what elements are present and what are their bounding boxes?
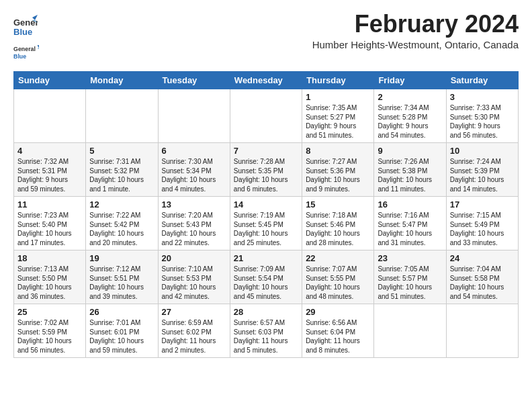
svg-marker-6 bbox=[37, 44, 39, 48]
logo: General Blue General Blue bbox=[13, 13, 39, 66]
cell-info: Sunrise: 6:56 AM Sunset: 6:04 PM Dayligh… bbox=[306, 318, 370, 355]
cell-info: Sunrise: 7:04 AM Sunset: 5:58 PM Dayligh… bbox=[450, 265, 515, 301]
calendar-cell: 7Sunrise: 7:28 AM Sunset: 5:35 PM Daylig… bbox=[230, 143, 302, 197]
cell-day-number: 9 bbox=[378, 146, 442, 156]
day-header-thursday: Thursday bbox=[302, 72, 374, 89]
svg-marker-7 bbox=[37, 48, 39, 50]
day-header-sunday: Sunday bbox=[14, 72, 86, 89]
week-row-2: 4Sunrise: 7:32 AM Sunset: 5:31 PM Daylig… bbox=[14, 143, 519, 197]
calendar-cell: 22Sunrise: 7:07 AM Sunset: 5:55 PM Dayli… bbox=[302, 250, 374, 304]
day-header-monday: Monday bbox=[86, 72, 158, 89]
calendar-cell bbox=[230, 89, 302, 143]
calendar-cell: 16Sunrise: 7:16 AM Sunset: 5:47 PM Dayli… bbox=[374, 197, 446, 250]
calendar-cell: 3Sunrise: 7:33 AM Sunset: 5:30 PM Daylig… bbox=[446, 89, 518, 143]
calendar-cell: 9Sunrise: 7:26 AM Sunset: 5:38 PM Daylig… bbox=[374, 143, 446, 197]
cell-info: Sunrise: 7:31 AM Sunset: 5:32 PM Dayligh… bbox=[89, 157, 154, 193]
svg-text:Blue: Blue bbox=[13, 27, 32, 37]
cell-info: Sunrise: 7:27 AM Sunset: 5:36 PM Dayligh… bbox=[306, 157, 370, 193]
cell-info: Sunrise: 6:59 AM Sunset: 6:02 PM Dayligh… bbox=[162, 318, 226, 355]
cell-day-number: 15 bbox=[306, 199, 370, 210]
month-title: February 2024 bbox=[312, 11, 519, 38]
cell-day-number: 28 bbox=[234, 307, 298, 317]
cell-day-number: 8 bbox=[306, 146, 370, 156]
calendar-table: SundayMondayTuesdayWednesdayThursdayFrid… bbox=[13, 71, 519, 358]
calendar-cell bbox=[86, 89, 158, 143]
cell-day-number: 1 bbox=[306, 92, 370, 102]
cell-day-number: 12 bbox=[89, 199, 154, 210]
location-title: Humber Heights-Westmount, Ontario, Canad… bbox=[312, 39, 519, 50]
calendar-cell: 6Sunrise: 7:30 AM Sunset: 5:34 PM Daylig… bbox=[158, 143, 230, 197]
cell-info: Sunrise: 7:35 AM Sunset: 5:27 PM Dayligh… bbox=[306, 103, 370, 140]
cell-day-number: 24 bbox=[450, 253, 515, 263]
cell-day-number: 21 bbox=[234, 253, 298, 263]
calendar-cell: 11Sunrise: 7:23 AM Sunset: 5:40 PM Dayli… bbox=[14, 197, 86, 250]
calendar-cell: 20Sunrise: 7:10 AM Sunset: 5:53 PM Dayli… bbox=[158, 250, 230, 304]
calendar-cell: 18Sunrise: 7:13 AM Sunset: 5:50 PM Dayli… bbox=[14, 250, 86, 304]
cell-info: Sunrise: 7:26 AM Sunset: 5:38 PM Dayligh… bbox=[378, 157, 442, 193]
cell-day-number: 17 bbox=[450, 199, 515, 210]
calendar-cell: 10Sunrise: 7:24 AM Sunset: 5:39 PM Dayli… bbox=[446, 143, 518, 197]
calendar-cell: 14Sunrise: 7:19 AM Sunset: 5:45 PM Dayli… bbox=[230, 197, 302, 250]
cell-info: Sunrise: 7:10 AM Sunset: 5:53 PM Dayligh… bbox=[162, 265, 226, 301]
cell-info: Sunrise: 7:30 AM Sunset: 5:34 PM Dayligh… bbox=[162, 157, 226, 193]
cell-day-number: 23 bbox=[378, 253, 442, 263]
cell-info: Sunrise: 7:12 AM Sunset: 5:51 PM Dayligh… bbox=[89, 265, 154, 301]
calendar-cell: 17Sunrise: 7:15 AM Sunset: 5:49 PM Dayli… bbox=[446, 197, 518, 250]
cell-day-number: 14 bbox=[234, 199, 298, 210]
cell-day-number: 18 bbox=[17, 253, 82, 263]
cell-day-number: 11 bbox=[17, 199, 82, 210]
cell-info: Sunrise: 7:09 AM Sunset: 5:54 PM Dayligh… bbox=[234, 265, 298, 301]
cell-info: Sunrise: 7:22 AM Sunset: 5:42 PM Dayligh… bbox=[89, 211, 154, 247]
cell-info: Sunrise: 7:32 AM Sunset: 5:31 PM Dayligh… bbox=[17, 157, 82, 193]
day-header-friday: Friday bbox=[374, 72, 446, 89]
calendar-cell: 1Sunrise: 7:35 AM Sunset: 5:27 PM Daylig… bbox=[302, 89, 374, 143]
calendar-cell: 5Sunrise: 7:31 AM Sunset: 5:32 PM Daylig… bbox=[86, 143, 158, 197]
cell-info: Sunrise: 7:19 AM Sunset: 5:45 PM Dayligh… bbox=[234, 211, 298, 247]
cell-day-number: 26 bbox=[89, 307, 154, 317]
cell-day-number: 3 bbox=[450, 92, 515, 102]
cell-day-number: 4 bbox=[17, 146, 82, 156]
svg-text:General: General bbox=[13, 46, 36, 52]
cell-info: Sunrise: 7:33 AM Sunset: 5:30 PM Dayligh… bbox=[450, 103, 515, 140]
cell-info: Sunrise: 7:20 AM Sunset: 5:43 PM Dayligh… bbox=[162, 211, 226, 247]
cell-info: Sunrise: 7:13 AM Sunset: 5:50 PM Dayligh… bbox=[17, 265, 82, 301]
cell-info: Sunrise: 7:02 AM Sunset: 5:59 PM Dayligh… bbox=[17, 318, 82, 355]
calendar-cell: 23Sunrise: 7:05 AM Sunset: 5:57 PM Dayli… bbox=[374, 250, 446, 304]
header-row: SundayMondayTuesdayWednesdayThursdayFrid… bbox=[14, 72, 519, 89]
cell-info: Sunrise: 7:24 AM Sunset: 5:39 PM Dayligh… bbox=[450, 157, 515, 193]
calendar-cell bbox=[158, 89, 230, 143]
calendar-cell bbox=[446, 304, 518, 358]
calendar-cell bbox=[374, 304, 446, 358]
calendar-cell: 25Sunrise: 7:02 AM Sunset: 5:59 PM Dayli… bbox=[14, 304, 86, 358]
week-row-1: 1Sunrise: 7:35 AM Sunset: 5:27 PM Daylig… bbox=[14, 89, 519, 143]
cell-day-number: 25 bbox=[17, 307, 82, 317]
cell-info: Sunrise: 7:05 AM Sunset: 5:57 PM Dayligh… bbox=[378, 265, 442, 301]
day-header-saturday: Saturday bbox=[446, 72, 518, 89]
calendar-cell bbox=[14, 89, 86, 143]
calendar-cell: 21Sunrise: 7:09 AM Sunset: 5:54 PM Dayli… bbox=[230, 250, 302, 304]
cell-day-number: 13 bbox=[162, 199, 226, 210]
calendar-cell: 13Sunrise: 7:20 AM Sunset: 5:43 PM Dayli… bbox=[158, 197, 230, 250]
calendar-cell: 12Sunrise: 7:22 AM Sunset: 5:42 PM Dayli… bbox=[86, 197, 158, 250]
calendar-cell: 15Sunrise: 7:18 AM Sunset: 5:46 PM Dayli… bbox=[302, 197, 374, 250]
cell-info: Sunrise: 7:15 AM Sunset: 5:49 PM Dayligh… bbox=[450, 211, 515, 247]
logo-bird-icon: General Blue bbox=[13, 40, 39, 66]
cell-day-number: 19 bbox=[89, 253, 154, 263]
calendar-cell: 24Sunrise: 7:04 AM Sunset: 5:58 PM Dayli… bbox=[446, 250, 518, 304]
cell-info: Sunrise: 7:01 AM Sunset: 6:01 PM Dayligh… bbox=[89, 318, 154, 355]
cell-day-number: 29 bbox=[306, 307, 370, 317]
day-header-wednesday: Wednesday bbox=[230, 72, 302, 89]
cell-day-number: 7 bbox=[234, 146, 298, 156]
cell-day-number: 5 bbox=[89, 146, 154, 156]
week-row-3: 11Sunrise: 7:23 AM Sunset: 5:40 PM Dayli… bbox=[14, 197, 519, 250]
cell-info: Sunrise: 7:07 AM Sunset: 5:55 PM Dayligh… bbox=[306, 265, 370, 301]
cell-day-number: 2 bbox=[378, 92, 442, 102]
day-header-tuesday: Tuesday bbox=[158, 72, 230, 89]
calendar-cell: 29Sunrise: 6:56 AM Sunset: 6:04 PM Dayli… bbox=[302, 304, 374, 358]
cell-info: Sunrise: 7:18 AM Sunset: 5:46 PM Dayligh… bbox=[306, 211, 370, 247]
header: General Blue General Blue February 2024 … bbox=[13, 11, 519, 66]
calendar-cell: 8Sunrise: 7:27 AM Sunset: 5:36 PM Daylig… bbox=[302, 143, 374, 197]
calendar-cell: 19Sunrise: 7:12 AM Sunset: 5:51 PM Dayli… bbox=[86, 250, 158, 304]
cell-info: Sunrise: 6:57 AM Sunset: 6:03 PM Dayligh… bbox=[234, 318, 298, 355]
cell-day-number: 22 bbox=[306, 253, 370, 263]
